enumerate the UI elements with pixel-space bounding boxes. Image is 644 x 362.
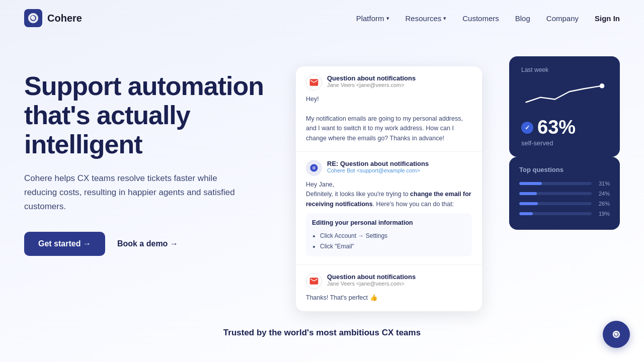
bar-fill-2 — [519, 192, 537, 195]
stat-chart — [521, 81, 608, 112]
bar-label-4: 19% — [596, 211, 610, 217]
self-served-stat-card: Last week ✓ 63% self-served — [509, 56, 620, 157]
check-icon: ✓ — [521, 122, 533, 134]
nav-blog[interactable]: Blog — [515, 14, 530, 23]
editing-instructions: Editing your personal information Click … — [306, 213, 472, 256]
bar-fill-4 — [519, 212, 533, 215]
get-started-button[interactable]: Get started → — [24, 232, 105, 256]
bar-track-4 — [519, 212, 592, 215]
email-subject-1: Question about notifications — [327, 74, 472, 82]
top-questions-card: Top questions 31% 24% 26% — [509, 157, 620, 230]
email-body-2: Hey Jane, Definitely, it looks like you'… — [306, 180, 472, 256]
hero-ctas: Get started → Book a demo → — [24, 232, 266, 256]
email-body-1: Hey! My notification emails are going to… — [306, 95, 472, 143]
nav-company[interactable]: Company — [546, 14, 579, 23]
questions-title: Top questions — [519, 166, 610, 173]
bar-label-3: 26% — [596, 201, 610, 207]
email-card-3: Question about notifications Jane Veers … — [296, 265, 482, 311]
trusted-text: Trusted by the world's most ambitious CX… — [223, 328, 421, 337]
nav-platform[interactable]: Platform ▾ — [356, 14, 389, 23]
nav-customers[interactable]: Customers — [462, 14, 499, 23]
logo-icon — [24, 9, 42, 27]
email-from-3: Jane Veers <jane@veers.com> — [327, 281, 472, 287]
email-body-3: Thanks! That's perfect 👍 — [306, 293, 472, 303]
signin-link[interactable]: Sign In — [595, 14, 620, 23]
bar-row-1: 31% — [519, 180, 610, 187]
chat-fab-button[interactable] — [603, 321, 630, 348]
email-subject-3: Question about notifications — [327, 273, 472, 281]
email-subject-2: RE: Question about notifications — [327, 160, 472, 167]
brand-name: Cohere — [47, 13, 82, 24]
email-from-2: Cohere Bot <support@example.com> — [327, 167, 472, 173]
hero-title: Support automation that's actually intel… — [24, 71, 266, 159]
bar-row-2: 24% — [519, 191, 610, 197]
hero-illustration: Question about notifications Jane Veers … — [296, 56, 620, 298]
bar-fill-1 — [519, 182, 542, 185]
bar-row-3: 26% — [519, 201, 610, 207]
book-demo-link[interactable]: Book a demo → — [117, 239, 178, 248]
platform-chevron-icon: ▾ — [386, 15, 389, 22]
chat-fab-icon — [610, 328, 623, 341]
bar-row-4: 19% — [519, 211, 610, 217]
self-served-label: self-served — [521, 139, 608, 147]
hero-section: Support automation that's actually intel… — [0, 36, 644, 298]
bar-track-2 — [519, 192, 592, 195]
hero-subtitle: Cohere helps CX teams resolve tickets fa… — [24, 171, 246, 214]
email-card-2: RE: Question about notifications Cohere … — [296, 152, 482, 265]
email-card-1: Question about notifications Jane Veers … — [296, 66, 482, 152]
resources-chevron-icon: ▾ — [443, 15, 446, 22]
bar-track-1 — [519, 182, 592, 185]
navbar: Cohere Platform ▾ Resources ▾ Customers … — [0, 0, 644, 36]
email-thread-card: Question about notifications Jane Veers … — [296, 66, 482, 311]
nav-links: Platform ▾ Resources ▾ Customers Blog Co… — [356, 14, 620, 23]
nav-resources[interactable]: Resources ▾ — [406, 14, 447, 23]
bar-label-1: 31% — [596, 180, 610, 187]
bar-label-2: 24% — [596, 191, 610, 197]
stat-period-label: Last week — [521, 66, 608, 73]
email-from-1: Jane Veers <jane@veers.com> — [327, 82, 472, 88]
gmail-avatar-1 — [306, 74, 322, 90]
bot-avatar — [306, 160, 322, 176]
logo-link[interactable]: Cohere — [24, 9, 82, 27]
gmail-avatar-3 — [306, 273, 322, 289]
bar-track-3 — [519, 202, 592, 205]
hero-left: Support automation that's actually intel… — [24, 56, 266, 256]
bar-fill-3 — [519, 202, 538, 205]
self-served-percentage: ✓ 63% — [521, 117, 608, 138]
